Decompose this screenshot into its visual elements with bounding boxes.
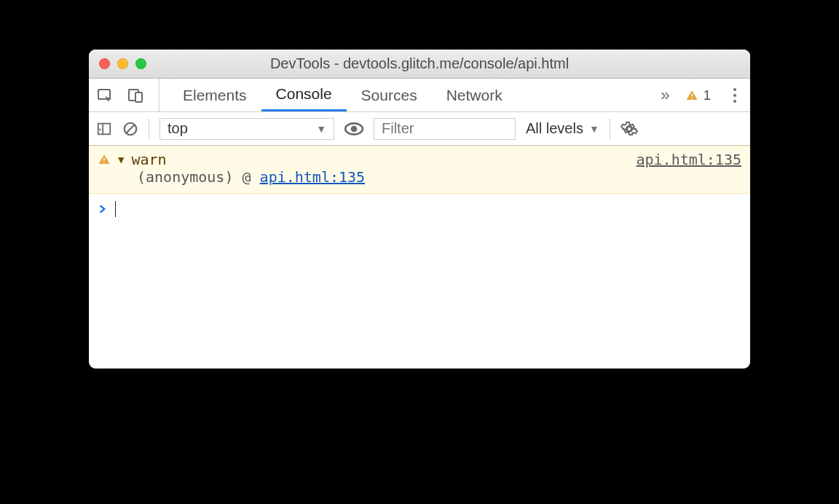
- tab-label: Elements: [183, 87, 247, 104]
- warnings-badge[interactable]: 1: [685, 87, 711, 103]
- prompt-chevron-icon: [98, 202, 108, 216]
- svg-rect-2: [135, 92, 142, 102]
- chevron-down-icon: ▼: [589, 123, 599, 135]
- stack-frame-link[interactable]: api.html:135: [260, 168, 366, 186]
- filter-input[interactable]: [374, 118, 516, 140]
- svg-rect-3: [692, 93, 693, 96]
- svg-rect-4: [692, 98, 693, 99]
- disclosure-triangle-icon[interactable]: ▼: [118, 154, 124, 165]
- log-levels-select[interactable]: All levels ▼: [526, 120, 599, 137]
- clear-console-icon[interactable]: [122, 121, 138, 137]
- inspect-element-icon[interactable]: [96, 87, 114, 104]
- titlebar: DevTools - devtools.glitch.me/console/ap…: [89, 50, 750, 79]
- message-source-link[interactable]: api.html:135: [637, 151, 742, 168]
- devtools-window: DevTools - devtools.glitch.me/console/ap…: [89, 50, 750, 369]
- warning-icon: [98, 153, 111, 166]
- console-output: ▼ warn api.html:135 (anonymous) @ api.ht…: [89, 146, 750, 369]
- execution-context-select[interactable]: top ▼: [159, 118, 334, 140]
- tabs-overflow-icon[interactable]: »: [661, 86, 669, 105]
- device-toolbar-icon[interactable]: [127, 87, 144, 104]
- svg-point-10: [351, 125, 358, 132]
- levels-label: All levels: [526, 120, 583, 137]
- svg-rect-13: [103, 162, 105, 163]
- chevron-down-icon: ▼: [316, 123, 326, 135]
- stack-frame-anon: (anonymous): [137, 168, 233, 186]
- console-settings-icon[interactable]: [621, 120, 638, 138]
- tab-elements[interactable]: Elements: [168, 79, 261, 111]
- svg-line-8: [127, 125, 135, 133]
- warnings-count: 1: [703, 87, 711, 103]
- input-caret: [115, 201, 116, 217]
- show-console-sidebar-icon[interactable]: [96, 121, 112, 137]
- tabs-row: Elements Console Sources Network » 1: [89, 79, 750, 112]
- svg-point-11: [627, 127, 631, 131]
- more-options-icon[interactable]: [727, 88, 743, 103]
- tab-sources[interactable]: Sources: [347, 79, 432, 111]
- minimize-window-button[interactable]: [117, 58, 128, 69]
- tab-console[interactable]: Console: [261, 79, 347, 111]
- tab-label: Network: [446, 87, 503, 104]
- traffic-lights: [99, 58, 146, 69]
- console-prompt[interactable]: [89, 194, 750, 224]
- close-window-button[interactable]: [99, 58, 110, 69]
- separator: [610, 119, 610, 139]
- zoom-window-button[interactable]: [135, 58, 146, 69]
- console-toolbar: top ▼ All levels ▼: [89, 112, 750, 146]
- window-title: DevTools - devtools.glitch.me/console/ap…: [89, 55, 750, 72]
- at-symbol: @: [243, 168, 251, 186]
- warning-label: warn: [131, 151, 166, 168]
- tab-network[interactable]: Network: [432, 79, 517, 111]
- tab-label: Sources: [361, 87, 417, 104]
- console-warning-message: ▼ warn api.html:135 (anonymous) @ api.ht…: [89, 146, 750, 194]
- warning-icon: [685, 89, 698, 102]
- svg-rect-12: [103, 158, 105, 161]
- context-value: top: [168, 120, 188, 137]
- tab-label: Console: [276, 85, 332, 103]
- live-expression-icon[interactable]: [344, 119, 363, 138]
- separator: [149, 119, 149, 139]
